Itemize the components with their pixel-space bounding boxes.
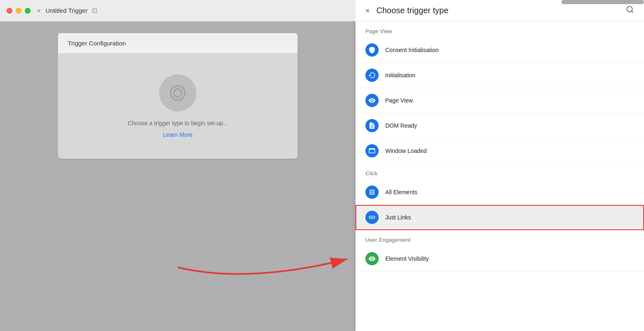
initialisation-icon	[365, 69, 379, 82]
all-elements-label: All Elements	[385, 189, 417, 195]
trigger-config-header: Trigger Configuration	[58, 33, 298, 54]
main-panel: × Untitled Trigger ⊡ Trigger Configurati…	[0, 0, 355, 331]
svg-line-2	[632, 11, 633, 13]
trigger-item-page-view[interactable]: Page View	[355, 88, 644, 113]
choose-trigger-text: Choose a trigger type to begin set-up...	[128, 120, 228, 126]
window-loaded-label: Window Loaded	[385, 148, 427, 154]
consent-init-icon	[365, 43, 379, 57]
traffic-lights	[7, 8, 31, 14]
right-panel-title-row: × Choose trigger type	[365, 6, 448, 15]
right-panel: × Choose trigger type Page View Consent …	[355, 0, 644, 331]
folder-icon: ⊡	[92, 7, 97, 14]
page-view-icon	[365, 94, 379, 107]
trigger-item-element-visibility[interactable]: Element Visibility	[355, 246, 644, 271]
right-panel-title: Choose trigger type	[377, 6, 449, 15]
trigger-item-just-links[interactable]: Just Links	[355, 205, 644, 230]
dom-ready-label: DOM Ready	[385, 122, 417, 129]
search-icon[interactable]	[626, 5, 634, 16]
arrow-annotation	[165, 234, 355, 286]
trigger-config-title: Trigger Configuration	[68, 40, 126, 47]
right-panel-close-button[interactable]: ×	[365, 7, 370, 14]
maximize-traffic-light[interactable]	[25, 8, 31, 14]
section-label-click: Click	[355, 164, 644, 180]
trigger-icon-inner	[170, 85, 186, 101]
close-traffic-light[interactable]	[7, 8, 12, 14]
trigger-item-all-elements[interactable]: All Elements	[355, 180, 644, 205]
window-loaded-icon	[365, 144, 379, 157]
minimize-traffic-light[interactable]	[16, 8, 21, 14]
trigger-item-consent-init[interactable]: Consent Initialisation	[355, 38, 644, 63]
dom-ready-icon	[365, 119, 379, 132]
titlebar-close-icon[interactable]: ×	[37, 7, 41, 14]
trigger-config-card: Trigger Configuration Choose a trigger t…	[58, 33, 298, 159]
titlebar-title: Untitled Trigger ⊡	[45, 7, 97, 14]
titlebar: × Untitled Trigger ⊡	[0, 0, 355, 21]
all-elements-icon	[365, 186, 379, 199]
trigger-placeholder-icon	[159, 74, 196, 112]
consent-init-label: Consent Initialisation	[385, 47, 439, 53]
initialisation-label: Initialisation	[385, 72, 415, 79]
titlebar-title-text: Untitled Trigger	[45, 7, 88, 14]
element-visibility-label: Element Visibility	[385, 255, 429, 262]
just-links-label: Just Links	[385, 214, 411, 221]
section-label-page-view: Page View	[355, 21, 644, 38]
trigger-item-initialisation[interactable]: Initialisation	[355, 63, 644, 88]
top-scrollbar	[561, 0, 644, 4]
trigger-item-window-loaded[interactable]: Window Loaded	[355, 138, 644, 164]
trigger-item-dom-ready[interactable]: DOM Ready	[355, 113, 644, 138]
trigger-config-body: Choose a trigger type to begin set-up...…	[58, 54, 298, 159]
learn-more-link[interactable]: Learn More	[163, 131, 193, 138]
right-panel-content[interactable]: Page View Consent Initialisation Initial…	[355, 21, 644, 331]
element-visibility-icon	[365, 252, 379, 265]
just-links-icon	[365, 211, 379, 224]
page-view-label: Page View	[385, 97, 413, 104]
section-label-user-engagement: User Engagement	[355, 230, 644, 246]
